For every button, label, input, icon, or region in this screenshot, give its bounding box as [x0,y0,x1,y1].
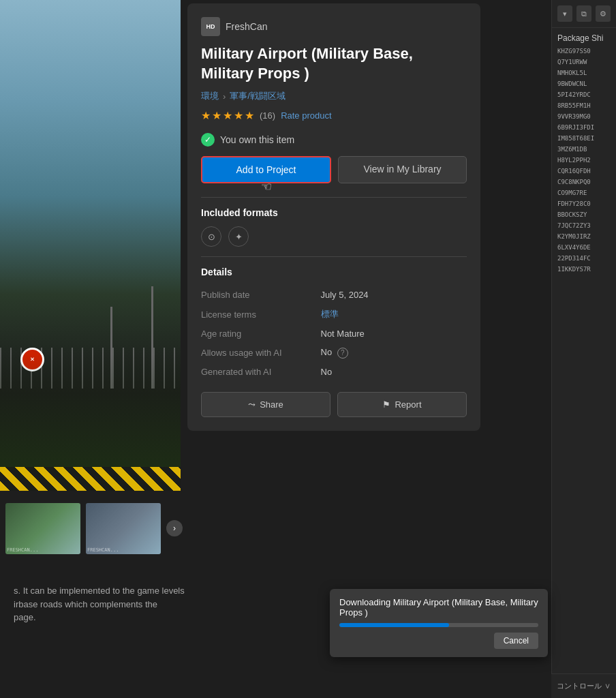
breadcrumb-category1[interactable]: 環境 [201,90,219,102]
list-item[interactable]: 9VVR39MG0 [555,111,613,122]
dropdown-button[interactable]: ▾ [557,5,572,22]
detail-label-ai-usage: Allows usage with AI [201,343,321,363]
right-sidebar: ▾ ⧉ ⚙ Package Shi KHZG97SS0 Q7Y1URWW NMH… [551,0,616,698]
rating-row: ★ ★ ★ ★ ★ (16) Rate product [201,109,467,122]
publisher-row: HD FreshCan [201,17,467,36]
format-icon-2: ✦ [228,226,249,247]
gear-button[interactable]: ⚙ [596,5,611,22]
list-item[interactable]: KHZG97SS0 [555,46,613,57]
list-item[interactable]: CQR16QFDH [555,166,613,177]
list-item[interactable]: 6LXV4Y6DE [555,242,613,253]
copy-icon: ⧉ [581,10,587,18]
thumbnail-2[interactable]: FRESHCAN... [86,503,161,554]
review-count: (16) [260,110,275,121]
share-button[interactable]: ⤳ Share [201,392,330,417]
warning-stripe [0,467,181,491]
list-item[interactable]: Q7Y1URWW [555,57,613,67]
rate-product-link[interactable]: Rate product [281,110,331,121]
list-item[interactable]: IM858T68EI [555,133,613,144]
help-icon[interactable]: ? [337,348,348,359]
list-item[interactable]: 22PD314FC [555,253,613,264]
detail-label-license: License terms [201,304,321,324]
list-item[interactable]: CO9MG7RE [555,187,613,198]
star-4: ★ [234,109,243,122]
view-in-library-button[interactable]: View in My Library [338,156,467,183]
download-progress-bar [339,623,538,627]
star-1: ★ [201,109,211,122]
bottom-control-label[interactable]: コントロール ∨ [557,681,610,691]
detail-value-license[interactable]: 標準 [321,304,467,324]
detail-value-age: Not Mature [321,324,467,343]
star-5: ★ [245,109,254,122]
detail-row-age: Age rating Not Mature [201,324,467,343]
detail-value-ai-usage: No ? [321,343,467,363]
download-actions: Cancel [339,633,538,649]
detail-row-ai-usage: Allows usage with AI No ? [201,343,467,363]
list-item[interactable]: 8RB55FM1H [555,100,613,111]
publisher-name[interactable]: FreshCan [226,21,267,32]
list-item[interactable]: 6B9RJI3FDI [555,122,613,133]
format-icon-1: ⊙ [201,226,221,247]
list-item[interactable]: BBOCKSZY [555,209,613,220]
formats-row: ⊙ ✦ [201,226,467,247]
details-title: Details [201,267,467,277]
list-item[interactable]: 1IKKDYS7R [555,264,613,275]
download-title: Downloading Military Airport (Military B… [339,597,538,618]
list-item[interactable]: NMHOKL5L [555,67,613,78]
cancel-download-button[interactable]: Cancel [494,633,538,649]
share-icon: ⤳ [248,399,256,410]
thumb-1-label: FRESHCAN... [7,547,38,553]
divider-1 [201,197,467,198]
detail-row-publish: Publish date July 5, 2024 [201,286,467,304]
button-row: Add to Project ☜ View in My Library [201,156,467,183]
list-item[interactable]: K2YM0JIRZ [555,231,613,242]
ownership-check-icon: ✓ [201,133,215,147]
download-progress-fill [339,623,449,627]
thumbnail-next-button[interactable]: › [166,520,183,536]
detail-label-generated: Generated with AI [201,363,321,381]
publisher-avatar: HD [201,17,220,36]
detail-label-publish: Publish date [201,286,321,304]
product-title: Military Airport (Military Base, Militar… [201,44,467,83]
copy-button[interactable]: ⧉ [576,5,591,22]
add-to-project-button[interactable]: Add to Project ☜ [201,156,331,183]
main-image-panel: ✕ [0,0,181,491]
thumbnail-strip: FRESHCAN... FRESHCAN... › [0,491,181,566]
ownership-row: ✓ You own this item [201,133,467,147]
dropdown-icon: ▾ [563,10,567,18]
list-item[interactable]: FDH7Y28C0 [555,198,613,209]
details-table: Publish date July 5, 2024 License terms … [201,286,467,381]
sidebar-list: KHZG97SS0 Q7Y1URWW NMHOKL5L 9BWDWCNL 5PI… [552,46,616,275]
product-image: ✕ [0,0,181,491]
detail-row-license: License terms 標準 [201,304,467,324]
list-item[interactable]: C9C8NKPQ0 [555,177,613,187]
bottom-control-bar: コントロール ∨ [551,673,616,698]
sidebar-title: Package Shi [552,28,616,46]
content-panel: HD FreshCan Military Airport (Military B… [187,3,480,431]
detail-label-age: Age rating [201,324,321,343]
divider-2 [201,256,467,257]
list-item[interactable]: 7JQC72ZY3 [555,220,613,231]
star-3: ★ [223,109,232,122]
list-item[interactable]: 9BWDWCNL [555,78,613,89]
thumb-2-label: FRESHCAN... [87,547,119,553]
download-toast: Downloading Military Airport (Military B… [330,589,548,657]
list-item[interactable]: 5PI42YRDC [555,89,613,100]
breadcrumb-separator: › [223,91,226,102]
action-row: ⤳ Share ⚑ Report [201,392,467,417]
report-icon: ⚑ [382,399,390,410]
detail-value-generated: No [321,363,467,381]
star-rating: ★ ★ ★ ★ ★ [201,109,254,122]
thumbnail-1[interactable]: FRESHCAN... [5,503,80,554]
ownership-text: You own this item [220,134,294,145]
cursor-hand-icon: ☜ [261,179,272,194]
detail-row-generated: Generated with AI No [201,363,467,381]
detail-value-publish: July 5, 2024 [321,286,467,304]
list-item[interactable]: H8YL2PPH2 [555,155,613,166]
list-item[interactable]: 3MZ6M1DB [555,144,613,155]
report-button[interactable]: ⚑ Report [337,392,467,417]
breadcrumb-category2[interactable]: 軍事/戦闘区域 [230,90,286,102]
sidebar-header: ▾ ⧉ ⚙ [552,0,616,28]
breadcrumb: 環境 › 軍事/戦闘区域 [201,90,467,102]
gear-icon: ⚙ [600,10,606,18]
